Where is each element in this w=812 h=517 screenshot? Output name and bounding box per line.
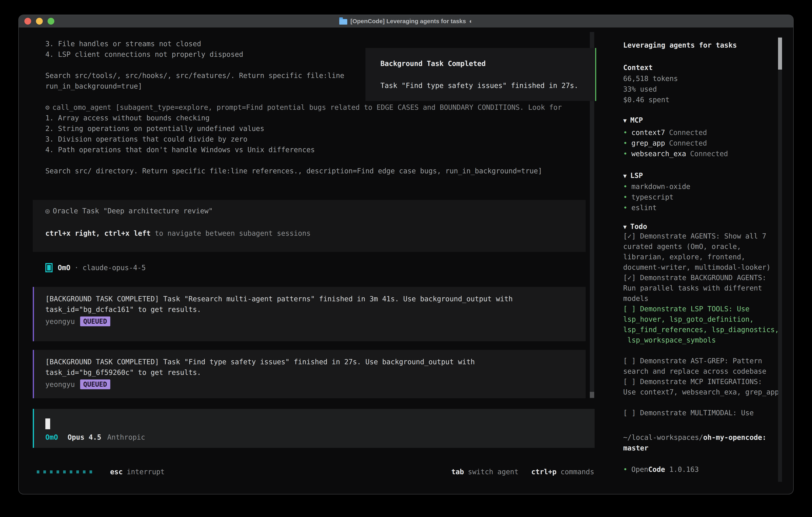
status-dot-icon: •: [623, 193, 628, 201]
lsp-section-header[interactable]: ▼LSP: [623, 170, 643, 181]
chat-line: Search src/ directory. Return specific f…: [46, 166, 587, 176]
window-controls: [24, 15, 54, 27]
separator-dot: ·: [74, 264, 79, 272]
prompt-input[interactable]: OmO Opus 4.5 Anthropic: [33, 409, 594, 448]
toast-title: Background Task Completed: [380, 60, 486, 67]
background-task-message: [BACKGROUND TASK COMPLETED] Task "Resear…: [33, 287, 586, 341]
chat-line: [46, 155, 587, 166]
sidebar-scrollbar-thumb[interactable]: [778, 37, 782, 70]
task-user: yeongyu: [46, 318, 75, 325]
mcp-status: Connected: [669, 139, 707, 147]
session-spinner-icon: ◐: [469, 18, 473, 25]
activity-dot-icon: [76, 470, 79, 473]
agent-name: OmO: [58, 264, 70, 272]
background-task-toast: Background Task Completed Task "Find typ…: [366, 48, 596, 101]
status-dot-icon: •: [623, 183, 628, 191]
mcp-section-header[interactable]: ▼MCP: [623, 115, 643, 126]
todo-line: [ ] Demonstrate LSP TOOLS: Use: [623, 304, 779, 314]
todo-line: lsp_find_references, lsp_diagnostics,: [623, 324, 779, 335]
app-window: [OpenCode] Leveraging agents for tasks ◐…: [19, 15, 793, 494]
todo-line: [ ] Demonstrate MCP INTEGRATIONS:: [623, 377, 779, 387]
context-used: 33% used: [623, 84, 657, 94]
chat-line: 1. Array access without bounds checking: [46, 113, 587, 124]
queued-badge: QUEUED: [80, 317, 110, 326]
todo-line: document-writer, multimodal-looker): [623, 262, 779, 272]
workspace-path: ~/local-workspaces/oh-my-opencode:: [623, 432, 766, 443]
context-heading: Context: [623, 62, 653, 73]
activity-dot-icon: [37, 470, 39, 473]
lsp-item: •eslint: [623, 202, 657, 213]
chat-line: 3. Division operations that could divide…: [46, 134, 587, 144]
todo-line: Run parallel tasks with different: [623, 283, 779, 293]
input-model-name: Opus 4.5: [67, 433, 101, 441]
activity-dot-icon: [89, 470, 92, 473]
task-message-line: task_id="bg_6f59260c" to get results.: [46, 369, 201, 377]
activity-dots: [37, 470, 92, 473]
todo-line: models: [623, 293, 779, 304]
activity-dot-icon: [70, 470, 72, 473]
status-bar: esc interrupt tab switch agent ctrl+p co…: [37, 466, 594, 477]
todo-line: [ ] Demonstrate AST-GREP: Pattern: [623, 356, 779, 366]
agent-badge-icon: [46, 263, 53, 272]
status-dot-icon: •: [623, 129, 628, 137]
window-title-text: [OpenCode] Leveraging agents for tasks: [350, 18, 466, 25]
workspace-branch: master: [623, 443, 648, 454]
task-message-line: [BACKGROUND TASK COMPLETED] Task "Find t…: [46, 358, 475, 366]
maximize-button[interactable]: [48, 18, 54, 25]
mcp-item: •websearch_exaConnected: [623, 148, 728, 159]
close-button[interactable]: [24, 18, 31, 25]
context-tokens: 66,518 tokens: [623, 73, 678, 84]
ctrlp-key-hint: commands: [560, 468, 594, 476]
todo-section-header[interactable]: ▼Todo: [623, 221, 647, 232]
mcp-status: Connected: [690, 150, 728, 158]
todo-line: [✓] Demonstrate BACKGROUND AGENTS:: [623, 272, 779, 283]
lsp-item: •typescript: [623, 192, 673, 202]
mcp-item: •context7Connected: [623, 127, 707, 138]
model-selector[interactable]: OmO Opus 4.5 Anthropic: [46, 433, 145, 441]
session-title: Leveraging agents for tasks: [623, 40, 737, 51]
activity-dot-icon: [44, 470, 46, 473]
chevron-down-icon: ▼: [623, 172, 627, 179]
window-title: [OpenCode] Leveraging agents for tasks ◐: [339, 18, 473, 25]
chevron-down-icon: ▼: [623, 223, 627, 230]
activity-dot-icon: [57, 470, 59, 473]
todo-line: [ ] Demonstrate MULTIMODAL: Use: [623, 408, 779, 418]
version-number: 1.0.163: [665, 465, 699, 473]
chevron-down-icon: ▼: [623, 117, 627, 124]
oracle-task-label: Oracle Task "Deep architecture review": [53, 207, 213, 215]
opencode-version: •OpenCode 1.0.163: [623, 464, 699, 475]
todo-line: [623, 397, 779, 408]
mcp-status: Connected: [669, 129, 707, 137]
activity-dot-icon: [50, 470, 53, 473]
todo-line: lsp_workspace_symbols: [623, 335, 779, 345]
minimize-button[interactable]: [36, 18, 43, 25]
context-spent: $0.46 spent: [623, 94, 670, 105]
queued-badge: QUEUED: [80, 379, 110, 389]
ctrlp-key-label: ctrl+p: [531, 468, 556, 476]
activity-dot-icon: [63, 470, 66, 473]
todo-line: search and replace across codebase: [623, 366, 779, 377]
text-cursor: [46, 418, 50, 429]
oracle-nav-hint: ctrl+x right, ctrl+x left to navigate be…: [46, 229, 311, 237]
oracle-icon: ◎: [46, 207, 50, 215]
sidebar: Leveraging agents for tasks Context 66,5…: [623, 15, 777, 494]
gear-icon: ⚙: [46, 103, 50, 111]
lsp-item: •markdown-oxide: [623, 181, 690, 192]
chat-scrollbar-thumb[interactable]: [590, 392, 594, 398]
status-dot-icon: •: [623, 204, 628, 212]
task-message-line: [BACKGROUND TASK COMPLETED] Task "Resear…: [46, 295, 513, 303]
todo-line: [623, 345, 779, 356]
activity-dot-icon: [83, 470, 86, 473]
toast-body: Task "Find type safety issues" finished …: [380, 82, 578, 89]
mcp-name: websearch_exa: [631, 150, 686, 158]
nav-shortcut-hint: to navigate between subagent sessions: [151, 229, 311, 237]
input-model-provider: Anthropic: [107, 433, 145, 441]
lsp-name: typescript: [631, 193, 673, 201]
oracle-task-title: ◎Oracle Task "Deep architecture review": [46, 207, 213, 215]
chat-line: ⚙call_omo_agent [subagent_type=explore, …: [46, 102, 587, 113]
input-agent-name: OmO: [46, 433, 58, 441]
lsp-name: eslint: [631, 204, 657, 212]
status-dot-icon: •: [623, 139, 628, 147]
lsp-name: markdown-oxide: [631, 183, 690, 191]
mcp-name: grep_app: [631, 139, 665, 147]
